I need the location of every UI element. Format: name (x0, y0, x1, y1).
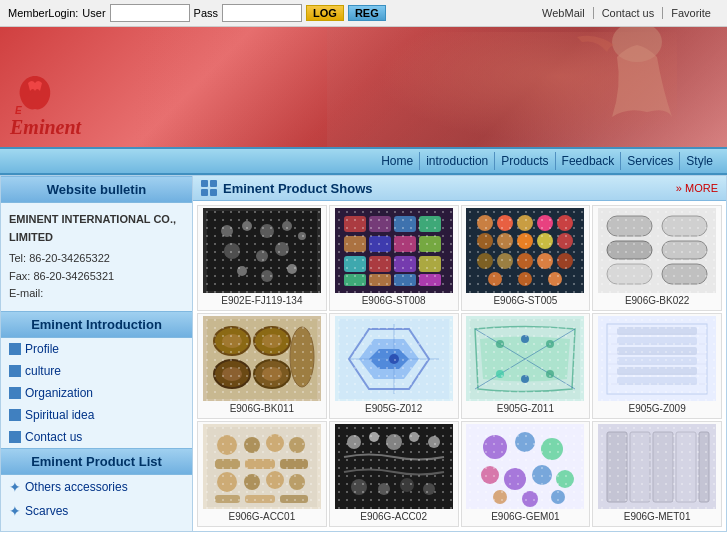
product-item-4[interactable]: E906G-BK011 (197, 313, 327, 419)
product-item-6[interactable]: E905G-Z011 (461, 313, 591, 419)
svg-rect-135 (630, 432, 650, 502)
svg-point-38 (497, 233, 513, 249)
svg-marker-68 (349, 329, 429, 389)
product-label-11: E906G-MET01 (624, 509, 691, 524)
product-shows-title-area: Eminent Product Shows (201, 180, 373, 196)
company-tel: Tel: 86-20-34265322 (9, 250, 184, 268)
svg-line-75 (475, 329, 575, 389)
more-link[interactable]: » MORE (676, 182, 718, 194)
svg-rect-94 (617, 357, 697, 365)
sidebar-item-contact[interactable]: Contact us (1, 426, 192, 448)
product-item-10[interactable]: E906G-GEM01 (461, 421, 591, 527)
svg-rect-50 (602, 211, 712, 291)
sidebar-item-culture[interactable]: culture (1, 360, 192, 382)
svg-point-36 (557, 215, 573, 231)
product-item-11[interactable]: E906G-MET01 (592, 421, 722, 527)
product-image-11 (602, 427, 712, 507)
intro-title: Eminent Introduction (1, 311, 192, 338)
favorite-link[interactable]: Favorite (663, 7, 719, 19)
product-grid: E902E-FJ119-134 (193, 201, 726, 531)
svg-rect-95 (617, 367, 697, 375)
sidebar: Website bulletin EMINENT INTERNATIONAL C… (1, 176, 193, 531)
product-list-item-scarves[interactable]: ✦ Scarves (1, 499, 192, 523)
svg-rect-29 (394, 274, 416, 286)
svg-point-34 (517, 215, 533, 231)
product-thumb-11 (598, 424, 716, 509)
svg-point-9 (256, 250, 268, 262)
nav-introduction[interactable]: introduction (420, 152, 495, 170)
product-item-1[interactable]: E906G-ST008 (329, 205, 459, 311)
user-label: User (82, 7, 105, 19)
nav-home[interactable]: Home (375, 152, 420, 170)
bullet-icon-spiritual (9, 409, 21, 421)
product-item-7[interactable]: E905G-Z009 (592, 313, 722, 419)
log-button[interactable]: LOG (306, 5, 344, 21)
product-item-8[interactable]: E906G-ACC01 (197, 421, 327, 527)
product-item-3[interactable]: E906G-BK022 (592, 205, 722, 311)
nav-services[interactable]: Services (621, 152, 680, 170)
product-label-7: E905G-Z009 (628, 401, 685, 416)
svg-point-117 (428, 436, 440, 448)
product-list-item-accessories[interactable]: ✦ Others accessories (1, 475, 192, 499)
svg-rect-22 (419, 236, 441, 252)
svg-point-35 (537, 215, 553, 231)
svg-point-40 (537, 233, 553, 249)
nav-feedback[interactable]: Feedback (556, 152, 622, 170)
svg-point-11 (237, 266, 247, 276)
sidebar-item-profile[interactable]: Profile (1, 338, 192, 360)
contact-label: Contact us (25, 430, 82, 444)
svg-point-124 (515, 432, 535, 452)
product-thumb-0 (203, 208, 321, 293)
svg-point-42 (477, 253, 493, 269)
product-thumb-5 (335, 316, 453, 401)
product-item-2[interactable]: E906G-ST005 (461, 205, 591, 311)
accessories-label: Others accessories (25, 480, 128, 494)
bullet-icon-culture (9, 365, 21, 377)
svg-rect-19 (344, 236, 366, 252)
svg-rect-134 (607, 432, 627, 502)
svg-point-60 (254, 327, 290, 355)
nav-products[interactable]: Products (495, 152, 555, 170)
svg-point-46 (557, 253, 573, 269)
username-input[interactable] (110, 4, 190, 22)
svg-point-66 (290, 327, 314, 387)
product-item-9[interactable]: E906G-ACC02 (329, 421, 459, 527)
product-image-0 (207, 211, 317, 291)
svg-point-4 (242, 221, 252, 231)
svg-point-99 (244, 437, 260, 453)
svg-point-127 (504, 468, 526, 490)
svg-point-32 (477, 215, 493, 231)
svg-point-49 (548, 272, 562, 286)
product-item-5[interactable]: E905G-Z012 (329, 313, 459, 419)
svg-rect-96 (617, 377, 697, 385)
webmail-link[interactable]: WebMail (534, 7, 594, 19)
sidebar-item-organization[interactable]: Organization (1, 382, 192, 404)
svg-point-58 (214, 327, 250, 355)
product-label-10: E906G-GEM01 (491, 509, 559, 524)
product-image-3 (602, 211, 712, 291)
product-item-0[interactable]: E902E-FJ119-134 (197, 205, 327, 311)
nav-style[interactable]: Style (680, 152, 719, 170)
pass-label: Pass (194, 7, 218, 19)
reg-button[interactable]: REG (348, 5, 386, 21)
svg-point-101 (289, 437, 305, 453)
svg-rect-55 (607, 264, 652, 284)
svg-point-77 (496, 340, 504, 348)
svg-point-120 (400, 478, 414, 492)
svg-point-126 (481, 466, 499, 484)
contact-us-link[interactable]: Contact us (594, 7, 664, 19)
main-layout: Website bulletin EMINENT INTERNATIONAL C… (0, 175, 727, 532)
password-input[interactable] (222, 4, 302, 22)
svg-point-80 (496, 370, 504, 378)
top-links: WebMail Contact us Favorite (534, 7, 719, 19)
svg-point-10 (275, 242, 289, 256)
sidebar-item-spiritual[interactable]: Spiritual idea (1, 404, 192, 426)
svg-rect-53 (607, 241, 652, 259)
svg-point-100 (266, 434, 284, 452)
svg-rect-20 (369, 236, 391, 252)
product-label-1: E906G-ST008 (362, 293, 426, 308)
grid-icon (201, 180, 217, 196)
culture-label: culture (25, 364, 61, 378)
svg-point-5 (260, 224, 274, 238)
product-image-9 (339, 427, 449, 507)
